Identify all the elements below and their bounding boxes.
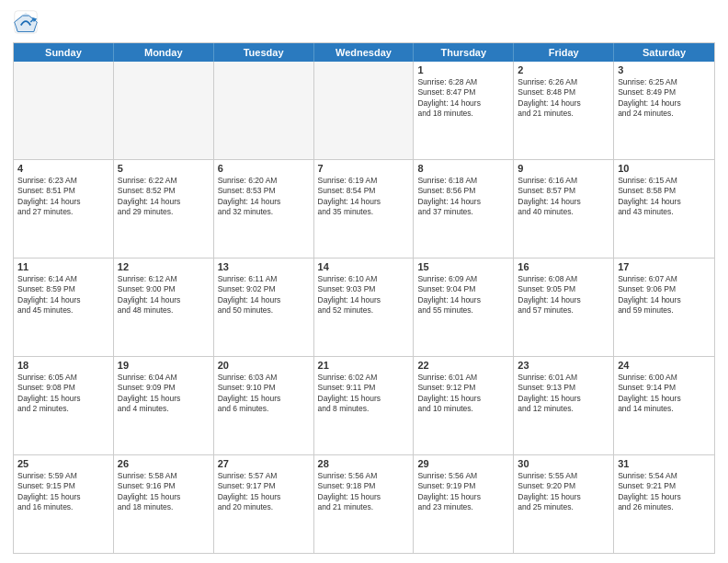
cal-cell: 11Sunrise: 6:14 AM Sunset: 8:59 PM Dayli… xyxy=(14,259,114,356)
day-number: 25 xyxy=(17,458,109,469)
day-info: Sunrise: 6:10 AM Sunset: 9:03 PM Dayligh… xyxy=(318,274,410,316)
day-info: Sunrise: 5:57 AM Sunset: 9:17 PM Dayligh… xyxy=(218,471,310,513)
day-number: 23 xyxy=(518,360,609,371)
day-number: 9 xyxy=(518,163,609,174)
cal-cell: 9Sunrise: 6:16 AM Sunset: 8:57 PM Daylig… xyxy=(514,160,614,258)
cal-cell xyxy=(114,62,214,159)
cal-cell: 25Sunrise: 5:59 AM Sunset: 9:15 PM Dayli… xyxy=(14,455,114,553)
day-info: Sunrise: 6:14 AM Sunset: 8:59 PM Dayligh… xyxy=(17,274,109,316)
cal-cell: 19Sunrise: 6:04 AM Sunset: 9:09 PM Dayli… xyxy=(114,357,214,454)
calendar-header: SundayMondayTuesdayWednesdayThursdayFrid… xyxy=(14,43,714,62)
day-info: Sunrise: 5:56 AM Sunset: 9:19 PM Dayligh… xyxy=(417,471,509,513)
day-number: 16 xyxy=(518,261,609,272)
cal-cell xyxy=(314,62,415,159)
day-number: 27 xyxy=(218,458,310,469)
page: SundayMondayTuesdayWednesdayThursdayFrid… xyxy=(0,0,728,563)
logo-icon xyxy=(13,9,39,35)
cal-cell: 16Sunrise: 6:08 AM Sunset: 9:05 PM Dayli… xyxy=(514,259,614,356)
day-number: 14 xyxy=(318,261,410,272)
day-info: Sunrise: 6:07 AM Sunset: 9:06 PM Dayligh… xyxy=(618,274,711,316)
day-number: 24 xyxy=(618,360,711,371)
day-info: Sunrise: 6:11 AM Sunset: 9:02 PM Dayligh… xyxy=(218,274,310,316)
day-number: 17 xyxy=(618,261,711,272)
cal-cell: 29Sunrise: 5:56 AM Sunset: 9:19 PM Dayli… xyxy=(414,455,514,553)
day-number: 10 xyxy=(618,163,711,174)
day-info: Sunrise: 6:00 AM Sunset: 9:14 PM Dayligh… xyxy=(618,373,711,415)
day-number: 1 xyxy=(417,64,509,75)
day-info: Sunrise: 6:08 AM Sunset: 9:05 PM Dayligh… xyxy=(518,274,609,316)
day-info: Sunrise: 6:12 AM Sunset: 9:00 PM Dayligh… xyxy=(118,274,210,316)
calendar: SundayMondayTuesdayWednesdayThursdayFrid… xyxy=(13,42,715,554)
day-info: Sunrise: 5:54 AM Sunset: 9:21 PM Dayligh… xyxy=(618,471,711,513)
cal-row-2: 4Sunrise: 6:23 AM Sunset: 8:51 PM Daylig… xyxy=(14,160,714,259)
cal-cell: 8Sunrise: 6:18 AM Sunset: 8:56 PM Daylig… xyxy=(414,160,514,258)
day-number: 29 xyxy=(417,458,509,469)
day-info: Sunrise: 6:15 AM Sunset: 8:58 PM Dayligh… xyxy=(618,176,711,218)
cal-cell: 31Sunrise: 5:54 AM Sunset: 9:21 PM Dayli… xyxy=(614,455,714,553)
cal-cell xyxy=(14,62,114,159)
day-number: 15 xyxy=(417,261,509,272)
cal-row-3: 11Sunrise: 6:14 AM Sunset: 8:59 PM Dayli… xyxy=(14,259,714,357)
day-number: 30 xyxy=(518,458,609,469)
cal-cell: 24Sunrise: 6:00 AM Sunset: 9:14 PM Dayli… xyxy=(614,357,714,454)
cal-cell: 27Sunrise: 5:57 AM Sunset: 9:17 PM Dayli… xyxy=(214,455,314,553)
header-cell-saturday: Saturday xyxy=(614,43,714,62)
day-info: Sunrise: 6:26 AM Sunset: 8:48 PM Dayligh… xyxy=(518,77,609,120)
day-info: Sunrise: 6:23 AM Sunset: 8:51 PM Dayligh… xyxy=(17,176,109,218)
header-cell-sunday: Sunday xyxy=(14,43,114,62)
day-info: Sunrise: 6:05 AM Sunset: 9:08 PM Dayligh… xyxy=(17,373,109,415)
day-number: 13 xyxy=(218,261,310,272)
day-number: 4 xyxy=(17,163,109,174)
cal-cell: 12Sunrise: 6:12 AM Sunset: 9:00 PM Dayli… xyxy=(114,259,214,356)
header-cell-thursday: Thursday xyxy=(414,43,514,62)
day-number: 7 xyxy=(318,163,410,174)
day-number: 8 xyxy=(417,163,509,174)
day-number: 31 xyxy=(618,458,711,469)
cal-cell: 6Sunrise: 6:20 AM Sunset: 8:53 PM Daylig… xyxy=(214,160,314,258)
cal-cell xyxy=(214,62,314,159)
cal-cell: 14Sunrise: 6:10 AM Sunset: 9:03 PM Dayli… xyxy=(314,259,415,356)
header xyxy=(13,9,715,35)
cal-cell: 22Sunrise: 6:01 AM Sunset: 9:12 PM Dayli… xyxy=(414,357,514,454)
cal-cell: 30Sunrise: 5:55 AM Sunset: 9:20 PM Dayli… xyxy=(514,455,614,553)
day-number: 26 xyxy=(118,458,210,469)
cal-cell: 18Sunrise: 6:05 AM Sunset: 9:08 PM Dayli… xyxy=(14,357,114,454)
cal-row-5: 25Sunrise: 5:59 AM Sunset: 9:15 PM Dayli… xyxy=(14,455,714,553)
day-number: 22 xyxy=(417,360,509,371)
cal-cell: 3Sunrise: 6:25 AM Sunset: 8:49 PM Daylig… xyxy=(614,62,714,159)
cal-cell: 13Sunrise: 6:11 AM Sunset: 9:02 PM Dayli… xyxy=(214,259,314,356)
day-number: 3 xyxy=(618,64,711,75)
day-info: Sunrise: 6:19 AM Sunset: 8:54 PM Dayligh… xyxy=(318,176,410,218)
cal-cell: 15Sunrise: 6:09 AM Sunset: 9:04 PM Dayli… xyxy=(414,259,514,356)
cal-cell: 26Sunrise: 5:58 AM Sunset: 9:16 PM Dayli… xyxy=(114,455,214,553)
day-info: Sunrise: 6:20 AM Sunset: 8:53 PM Dayligh… xyxy=(218,176,310,218)
day-info: Sunrise: 6:22 AM Sunset: 8:52 PM Dayligh… xyxy=(118,176,210,218)
day-info: Sunrise: 5:59 AM Sunset: 9:15 PM Dayligh… xyxy=(17,471,109,513)
day-number: 28 xyxy=(318,458,410,469)
day-info: Sunrise: 5:56 AM Sunset: 9:18 PM Dayligh… xyxy=(318,471,410,513)
day-info: Sunrise: 6:28 AM Sunset: 8:47 PM Dayligh… xyxy=(417,77,509,120)
day-number: 12 xyxy=(118,261,210,272)
cal-row-4: 18Sunrise: 6:05 AM Sunset: 9:08 PM Dayli… xyxy=(14,357,714,455)
day-info: Sunrise: 6:18 AM Sunset: 8:56 PM Dayligh… xyxy=(417,176,509,218)
cal-cell: 17Sunrise: 6:07 AM Sunset: 9:06 PM Dayli… xyxy=(614,259,714,356)
day-number: 6 xyxy=(218,163,310,174)
day-info: Sunrise: 6:25 AM Sunset: 8:49 PM Dayligh… xyxy=(618,77,711,120)
day-info: Sunrise: 6:04 AM Sunset: 9:09 PM Dayligh… xyxy=(118,373,210,415)
day-info: Sunrise: 6:16 AM Sunset: 8:57 PM Dayligh… xyxy=(518,176,609,218)
cal-row-1: 1Sunrise: 6:28 AM Sunset: 8:47 PM Daylig… xyxy=(14,62,714,160)
day-number: 5 xyxy=(118,163,210,174)
calendar-body: 1Sunrise: 6:28 AM Sunset: 8:47 PM Daylig… xyxy=(14,62,714,553)
day-info: Sunrise: 5:55 AM Sunset: 9:20 PM Dayligh… xyxy=(518,471,609,513)
day-info: Sunrise: 6:02 AM Sunset: 9:11 PM Dayligh… xyxy=(318,373,410,415)
day-number: 11 xyxy=(17,261,109,272)
day-info: Sunrise: 6:01 AM Sunset: 9:12 PM Dayligh… xyxy=(417,373,509,415)
cal-cell: 28Sunrise: 5:56 AM Sunset: 9:18 PM Dayli… xyxy=(314,455,415,553)
day-number: 20 xyxy=(218,360,310,371)
cal-cell: 10Sunrise: 6:15 AM Sunset: 8:58 PM Dayli… xyxy=(614,160,714,258)
cal-cell: 5Sunrise: 6:22 AM Sunset: 8:52 PM Daylig… xyxy=(114,160,214,258)
day-info: Sunrise: 6:01 AM Sunset: 9:13 PM Dayligh… xyxy=(518,373,609,415)
header-cell-tuesday: Tuesday xyxy=(214,43,314,62)
header-cell-friday: Friday xyxy=(514,43,614,62)
cal-cell: 23Sunrise: 6:01 AM Sunset: 9:13 PM Dayli… xyxy=(514,357,614,454)
